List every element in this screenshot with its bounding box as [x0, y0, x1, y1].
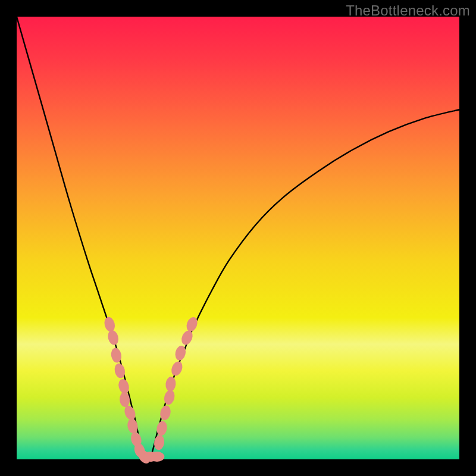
- plot-area: [17, 17, 459, 459]
- chart-frame: TheBottleneck.com: [0, 0, 476, 476]
- marker: [170, 360, 184, 378]
- marker: [103, 316, 117, 333]
- curve-layer: [17, 17, 459, 459]
- marker: [180, 329, 195, 347]
- bottleneck-curve: [17, 17, 459, 461]
- marker: [153, 434, 165, 450]
- watermark-text: TheBottleneck.com: [346, 2, 470, 19]
- marker: [149, 452, 164, 462]
- marker: [165, 376, 176, 392]
- marker: [107, 329, 120, 346]
- highlighted-points: [103, 315, 199, 465]
